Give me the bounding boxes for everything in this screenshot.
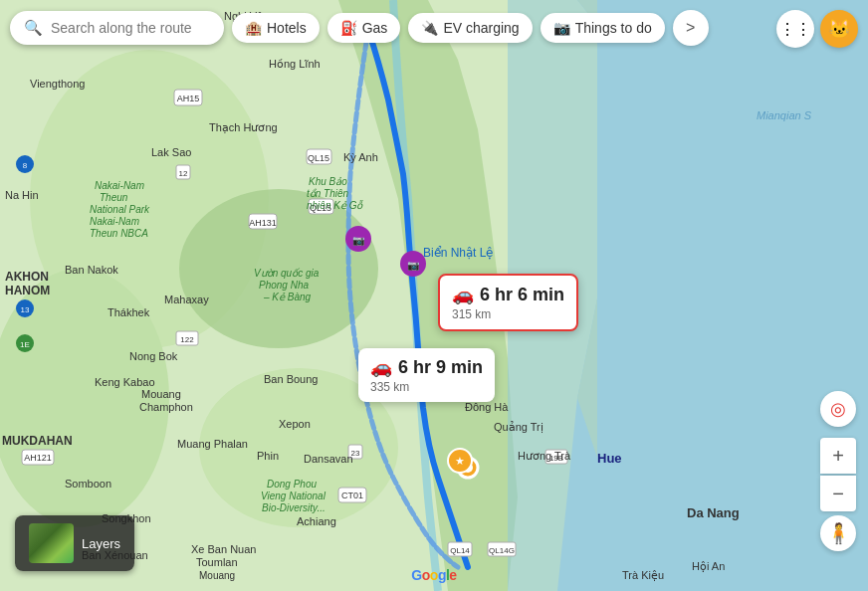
svg-text:Xepon: Xepon	[279, 418, 311, 430]
search-box[interactable]: 🔍	[10, 11, 224, 45]
svg-text:QL15: QL15	[308, 153, 329, 163]
route-time-2: 🚗 6 hr 9 min	[370, 356, 483, 378]
zoom-out-button[interactable]: −	[820, 476, 856, 511]
zoom-controls: + −	[820, 438, 856, 511]
ev-icon: 🔌	[421, 20, 438, 36]
hotels-filter-button[interactable]: 🏨 Hotels	[232, 13, 320, 43]
hotel-icon: 🏨	[245, 20, 262, 36]
svg-text:Ban Boung: Ban Boung	[264, 373, 318, 385]
svg-text:Hương Trà: Hương Trà	[518, 450, 571, 462]
svg-text:Thạch Hương: Thạch Hương	[209, 121, 278, 134]
svg-text:Thákhek: Thákhek	[108, 306, 150, 318]
svg-text:Muang Phalan: Muang Phalan	[177, 438, 248, 450]
grid-menu-button[interactable]: ⋮⋮	[776, 10, 814, 48]
compass-button[interactable]: ◎	[820, 391, 856, 427]
svg-text:Phin: Phin	[257, 450, 279, 462]
svg-text:Toumlan: Toumlan	[196, 556, 238, 568]
svg-text:– Kẻ Bàng: – Kẻ Bàng	[263, 292, 312, 302]
svg-text:Quảng Trị: Quảng Trị	[494, 421, 543, 434]
svg-text:Hồng Lĩnh: Hồng Lĩnh	[269, 58, 321, 70]
svg-text:Viengthong: Viengthong	[30, 78, 85, 90]
car-icon-2: 🚗	[370, 356, 392, 378]
car-icon: 🚗	[452, 284, 474, 305]
svg-text:Ban Nakok: Ban Nakok	[65, 264, 118, 276]
svg-text:tồn Thiên: tồn Thiên	[307, 188, 349, 199]
svg-text:1E: 1E	[20, 340, 30, 349]
svg-text:122: 122	[180, 335, 194, 344]
user-avatar-button[interactable]: 🐱	[820, 10, 858, 48]
svg-text:QL14G: QL14G	[489, 546, 515, 555]
things-label: Things to do	[575, 20, 652, 36]
svg-text:Kỳ Anh: Kỳ Anh	[343, 151, 378, 163]
svg-text:Theun: Theun	[100, 192, 128, 203]
svg-text:Nong Bok: Nong Bok	[129, 350, 178, 362]
svg-text:Vườn quốc gia: Vườn quốc gia	[254, 268, 320, 279]
svg-text:Mahaxay: Mahaxay	[164, 294, 209, 305]
gas-filter-button[interactable]: ⛽ Gas	[327, 13, 401, 43]
svg-text:National Park: National Park	[90, 204, 150, 215]
top-bar: 🔍 🏨 Hotels ⛽ Gas 🔌 EV charging 📷 Things …	[10, 10, 858, 46]
svg-text:AKHON: AKHON	[5, 270, 49, 284]
svg-text:MUKDAHAN: MUKDAHAN	[2, 434, 73, 448]
svg-text:Nakai-Nam: Nakai-Nam	[95, 180, 144, 191]
svg-text:Champhon: Champhon	[139, 401, 193, 413]
more-filters-button[interactable]: >	[673, 10, 709, 46]
svg-text:Hue: Hue	[597, 451, 622, 466]
svg-text:Xe Ban Nuan: Xe Ban Nuan	[191, 543, 256, 555]
search-icon: 🔍	[24, 19, 43, 37]
svg-text:Keng Kabao: Keng Kabao	[95, 376, 155, 388]
svg-text:13: 13	[21, 305, 30, 314]
google-logo: Google	[411, 567, 456, 583]
person-icon: 🧍	[826, 521, 851, 545]
svg-text:12: 12	[179, 169, 188, 178]
ev-label: EV charging	[443, 20, 519, 36]
compass-icon: ◎	[830, 398, 846, 420]
google-text: Google	[411, 567, 456, 583]
svg-text:📷: 📷	[352, 234, 365, 247]
route-info-box-2[interactable]: 🚗 6 hr 9 min 335 km	[358, 348, 495, 402]
route-time-1: 🚗 6 hr 6 min	[452, 284, 564, 305]
svg-text:Mouang: Mouang	[199, 570, 235, 581]
things-filter-button[interactable]: 📷 Things to do	[541, 13, 665, 43]
svg-text:QL14: QL14	[450, 546, 470, 555]
search-input[interactable]	[51, 20, 210, 36]
svg-text:Na Hin: Na Hin	[5, 189, 39, 201]
svg-text:Phong Nha: Phong Nha	[259, 280, 309, 291]
svg-text:📷: 📷	[407, 259, 420, 272]
svg-text:CT01: CT01	[341, 491, 363, 500]
chevron-right-icon: >	[686, 19, 695, 37]
svg-text:Lak Sao: Lak Sao	[151, 146, 191, 158]
svg-text:nhiên Kẻ Gỗ: nhiên Kẻ Gỗ	[307, 200, 363, 211]
route-distance-2: 335 km	[370, 380, 483, 394]
svg-text:8: 8	[23, 161, 28, 170]
map-svg: 📷 📷 ★ AH15 QL15 AH131 QL15 8 1E 13 122 1	[0, 0, 868, 591]
zoom-in-button[interactable]: +	[820, 438, 856, 474]
ev-filter-button[interactable]: 🔌 EV charging	[408, 13, 532, 43]
svg-text:Vieng National: Vieng National	[261, 491, 326, 501]
svg-text:Khu Bảo: Khu Bảo	[309, 176, 347, 187]
street-view-button[interactable]: 🧍	[820, 515, 856, 551]
layers-button[interactable]: Layers	[15, 515, 134, 571]
svg-text:Da Nang: Da Nang	[687, 505, 740, 520]
map-container: 📷 📷 ★ AH15 QL15 AH131 QL15 8 1E 13 122 1	[0, 0, 868, 591]
svg-text:Dong Phou: Dong Phou	[267, 479, 317, 490]
svg-text:Achiang: Achiang	[297, 515, 336, 527]
svg-text:Trà Kiệu: Trà Kiệu	[622, 569, 664, 582]
svg-text:Bio-Diversity...: Bio-Diversity...	[262, 502, 326, 513]
svg-text:Đông Hà: Đông Hà	[465, 401, 509, 413]
svg-text:★: ★	[455, 455, 465, 467]
svg-text:Mouang: Mouang	[141, 388, 181, 400]
svg-text:AH121: AH121	[24, 453, 52, 463]
avatar: 🐱	[828, 18, 850, 40]
svg-text:Nakai-Nam: Nakai-Nam	[90, 216, 139, 227]
svg-text:Mianqian S: Mianqian S	[757, 109, 812, 121]
svg-text:AH15: AH15	[177, 94, 200, 103]
route-info-box-1[interactable]: 🚗 6 hr 6 min 315 km	[438, 274, 578, 331]
hotels-label: Hotels	[267, 20, 307, 36]
layers-label-text: Layers	[82, 536, 120, 551]
layers-thumbnail	[29, 523, 74, 563]
svg-text:AH131: AH131	[249, 218, 277, 228]
svg-text:Somboon: Somboon	[65, 478, 111, 490]
svg-text:HANOM: HANOM	[5, 284, 50, 297]
top-right-controls: ⋮⋮ 🐱	[776, 10, 858, 48]
